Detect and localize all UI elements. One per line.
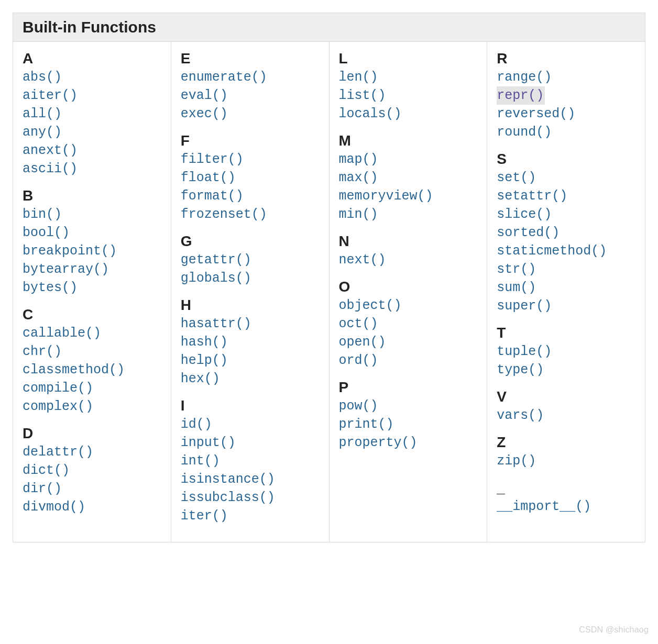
function-link[interactable]: any()	[23, 123, 161, 141]
section: Oobject()oct()open()ord()	[339, 279, 478, 370]
function-link[interactable]: input()	[181, 434, 320, 452]
function-link[interactable]: exec()	[181, 105, 320, 123]
function-link[interactable]: tuple()	[497, 342, 635, 361]
section: Mmap()max()memoryview()min()	[339, 132, 478, 224]
function-link[interactable]: chr()	[23, 342, 161, 361]
column: Eenumerate()eval()exec()Ffilter()float()…	[171, 42, 330, 542]
function-link[interactable]: zip()	[497, 452, 635, 470]
function-link[interactable]: range()	[497, 68, 635, 86]
function-link[interactable]: print()	[339, 415, 478, 434]
function-link[interactable]: iter()	[181, 507, 320, 525]
function-link[interactable]: sum()	[497, 279, 635, 297]
function-link[interactable]: bin()	[23, 205, 161, 224]
section-heading: F	[181, 132, 320, 149]
function-link[interactable]: getattr()	[181, 251, 320, 269]
function-link[interactable]: list()	[339, 86, 478, 105]
function-link[interactable]: isinstance()	[181, 470, 320, 488]
page-wrapper: Built-in Functions Aabs()aiter()all()any…	[0, 0, 658, 555]
section-heading: I	[181, 397, 320, 414]
function-link[interactable]: classmethod()	[23, 361, 161, 379]
section-heading: _	[497, 480, 635, 496]
column: Rrange()repr()reversed()round()Sset()set…	[487, 42, 645, 542]
function-link[interactable]: map()	[339, 150, 478, 169]
section: Sset()setattr()slice()sorted()staticmeth…	[497, 151, 635, 315]
section: Eenumerate()eval()exec()	[181, 50, 320, 123]
function-link[interactable]: issubclass()	[181, 488, 320, 507]
section: Ccallable()chr()classmethod()compile()co…	[23, 306, 161, 416]
section: Hhasattr()hash()help()hex()	[181, 297, 320, 388]
section: Ttuple()type()	[497, 325, 635, 379]
section: Ggetattr()globals()	[181, 233, 320, 287]
function-link[interactable]: round()	[497, 123, 635, 141]
panel-title: Built-in Functions	[13, 13, 645, 42]
function-link[interactable]: float()	[181, 169, 320, 187]
function-link[interactable]: __import__()	[497, 497, 635, 516]
builtins-panel: Built-in Functions Aabs()aiter()all()any…	[13, 13, 645, 542]
function-link[interactable]: format()	[181, 187, 320, 205]
section: Llen()list()locals()	[339, 50, 478, 123]
section: Ddelattr()dict()dir()divmod()	[23, 425, 161, 516]
function-link[interactable]: compile()	[23, 379, 161, 397]
section-heading: T	[497, 325, 635, 341]
function-link[interactable]: set()	[497, 169, 635, 187]
section-heading: M	[339, 132, 478, 149]
function-link[interactable]: setattr()	[497, 187, 635, 205]
function-link[interactable]: open()	[339, 333, 478, 351]
function-link[interactable]: eval()	[181, 86, 320, 105]
function-link[interactable]: min()	[339, 205, 478, 224]
section-heading: R	[497, 50, 635, 67]
function-link[interactable]: help()	[181, 351, 320, 370]
section-heading: S	[497, 151, 635, 168]
function-link[interactable]: vars()	[497, 406, 635, 425]
function-link[interactable]: locals()	[339, 105, 478, 123]
section-heading: N	[339, 233, 478, 250]
function-link[interactable]: pow()	[339, 397, 478, 415]
function-link[interactable]: repr()	[497, 86, 545, 105]
function-link[interactable]: globals()	[181, 269, 320, 287]
function-link[interactable]: id()	[181, 415, 320, 434]
function-link[interactable]: bytearray()	[23, 260, 161, 279]
section: ___import__()	[497, 480, 635, 516]
function-link[interactable]: super()	[497, 297, 635, 315]
function-link[interactable]: breakpoint()	[23, 242, 161, 260]
function-link[interactable]: slice()	[497, 205, 635, 224]
function-link[interactable]: all()	[23, 105, 161, 123]
section-heading: V	[497, 388, 635, 405]
function-link[interactable]: bool()	[23, 224, 161, 242]
section-heading: H	[181, 297, 320, 314]
section-heading: E	[181, 50, 320, 67]
function-link[interactable]: object()	[339, 296, 478, 315]
function-link[interactable]: oct()	[339, 315, 478, 333]
function-link[interactable]: complex()	[23, 397, 161, 416]
function-link[interactable]: hex()	[181, 370, 320, 388]
function-link[interactable]: int()	[181, 452, 320, 470]
function-link[interactable]: max()	[339, 169, 478, 187]
function-link[interactable]: anext()	[23, 141, 161, 160]
function-link[interactable]: next()	[339, 251, 478, 269]
function-link[interactable]: hash()	[181, 333, 320, 351]
function-link[interactable]: staticmethod()	[497, 242, 635, 260]
function-link[interactable]: frozenset()	[181, 205, 320, 224]
function-link[interactable]: ord()	[339, 351, 478, 370]
function-link[interactable]: aiter()	[23, 86, 161, 105]
function-link[interactable]: callable()	[23, 324, 161, 342]
function-link[interactable]: abs()	[23, 68, 161, 86]
function-link[interactable]: len()	[339, 68, 478, 86]
function-link[interactable]: hasattr()	[181, 315, 320, 333]
function-link[interactable]: bytes()	[23, 279, 161, 297]
function-link[interactable]: filter()	[181, 150, 320, 169]
function-link[interactable]: reversed()	[497, 105, 635, 123]
function-link[interactable]: memoryview()	[339, 187, 478, 205]
function-link[interactable]: delattr()	[23, 443, 161, 461]
function-link[interactable]: sorted()	[497, 224, 635, 242]
function-link[interactable]: type()	[497, 361, 635, 379]
function-link[interactable]: dict()	[23, 461, 161, 480]
function-link[interactable]: enumerate()	[181, 68, 320, 86]
function-link[interactable]: dir()	[23, 480, 161, 498]
function-link[interactable]: ascii()	[23, 160, 161, 178]
function-link[interactable]: str()	[497, 260, 635, 279]
column: Aabs()aiter()all()any()anext()ascii()Bbi…	[13, 42, 171, 542]
function-link[interactable]: divmod()	[23, 498, 161, 516]
function-link[interactable]: property()	[339, 434, 478, 452]
section: Nnext()	[339, 233, 478, 269]
